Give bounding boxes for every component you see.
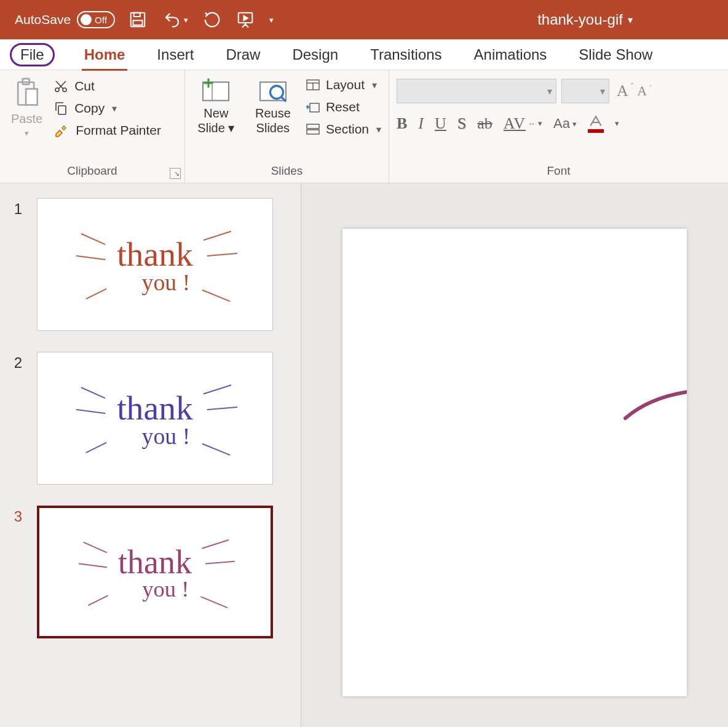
clipboard-dialog-launcher[interactable]: ↘ bbox=[170, 168, 181, 179]
svg-line-29 bbox=[203, 290, 230, 301]
svg-rect-9 bbox=[58, 106, 66, 114]
font-color-swatch bbox=[588, 129, 604, 133]
section-button[interactable]: Section ▾ bbox=[306, 121, 381, 138]
increase-font-button[interactable]: Aˆ bbox=[617, 82, 633, 100]
you-text: you ! bbox=[142, 269, 191, 295]
svg-rect-1 bbox=[134, 13, 140, 17]
chevron-down-icon: ▾ bbox=[25, 129, 29, 138]
save-icon[interactable] bbox=[129, 10, 147, 29]
thumbnail-row: 1 thank you ! bbox=[11, 198, 290, 331]
copy-button[interactable]: Copy ▾ bbox=[53, 100, 161, 117]
svg-rect-2 bbox=[133, 20, 143, 25]
title-bar: AutoSave Off ▾ ▾ thank-you-gif ▾ bbox=[0, 0, 728, 39]
tab-transitions[interactable]: Transitions bbox=[368, 42, 444, 67]
slide-canvas[interactable] bbox=[342, 229, 687, 696]
tab-animations[interactable]: Animations bbox=[472, 42, 550, 67]
slide-thumbnail-1[interactable]: thank you ! bbox=[37, 198, 273, 331]
autosave-toggle[interactable]: Off bbox=[77, 11, 115, 28]
decrease-font-button[interactable]: Aˇ bbox=[637, 82, 652, 100]
svg-line-32 bbox=[204, 385, 231, 394]
customize-qat-icon[interactable]: ▾ bbox=[269, 15, 274, 25]
svg-line-38 bbox=[84, 542, 106, 552]
chevron-down-icon[interactable]: ▾ bbox=[615, 119, 619, 129]
svg-line-43 bbox=[201, 597, 227, 607]
font-name-select[interactable]: ▾ bbox=[397, 79, 556, 103]
svg-point-7 bbox=[55, 88, 59, 92]
svg-line-31 bbox=[77, 410, 105, 413]
strikethrough-button[interactable]: ab bbox=[477, 114, 493, 133]
reuse-slides-button[interactable]: Reuse Slides bbox=[247, 75, 299, 138]
chevron-down-icon: ▾ bbox=[538, 119, 542, 129]
cut-button[interactable]: Cut bbox=[53, 77, 161, 95]
chevron-down-icon: ▾ bbox=[228, 121, 234, 135]
document-title[interactable]: thank-you-gif ▾ bbox=[537, 11, 633, 28]
chevron-down-icon: ▾ bbox=[600, 85, 605, 97]
tab-design[interactable]: Design bbox=[290, 42, 341, 67]
tab-insert[interactable]: Insert bbox=[154, 42, 196, 67]
workspace: 1 thank you ! 2 bbox=[0, 183, 728, 727]
paste-button[interactable]: Paste ▾ bbox=[7, 75, 46, 140]
svg-line-24 bbox=[82, 234, 105, 244]
svg-text:you !: you ! bbox=[142, 576, 189, 602]
svg-line-34 bbox=[87, 443, 106, 453]
character-spacing-button[interactable]: AV ↔ ▾ bbox=[504, 114, 542, 133]
chevron-down-icon: ▾ bbox=[572, 119, 577, 129]
redo-button[interactable] bbox=[203, 10, 221, 29]
present-from-start-icon[interactable] bbox=[236, 10, 255, 30]
chevron-down-icon: ▾ bbox=[376, 124, 381, 135]
text-shadow-button[interactable]: S bbox=[457, 114, 466, 133]
svg-line-33 bbox=[208, 407, 237, 410]
chevron-down-icon: ▾ bbox=[628, 14, 633, 26]
group-label-clipboard: Clipboard bbox=[7, 164, 177, 180]
svg-line-30 bbox=[82, 387, 105, 398]
underline-button[interactable]: U bbox=[435, 114, 446, 133]
new-slide-button[interactable]: New Slide ▾ bbox=[192, 75, 240, 138]
svg-line-41 bbox=[206, 562, 234, 564]
autosave-state: Off bbox=[95, 15, 107, 25]
slide-thumbnails-pane[interactable]: 1 thank you ! 2 bbox=[0, 183, 301, 727]
format-painter-button[interactable]: Format Painter bbox=[53, 122, 161, 139]
chevron-down-icon: ▾ bbox=[372, 79, 377, 91]
chevron-down-icon: ▾ bbox=[547, 85, 552, 97]
svg-line-27 bbox=[208, 253, 237, 256]
svg-line-39 bbox=[79, 564, 106, 568]
autosave-label: AutoSave bbox=[15, 12, 71, 27]
toggle-knob bbox=[81, 14, 92, 25]
svg-text:you !: you ! bbox=[142, 423, 191, 449]
slide-decoration-line bbox=[619, 387, 687, 424]
svg-rect-10 bbox=[203, 82, 229, 101]
tab-home[interactable]: Home bbox=[82, 42, 128, 67]
thank-text: thank bbox=[117, 235, 193, 273]
slide-thumbnail-3[interactable]: thank you ! bbox=[37, 506, 273, 638]
svg-line-40 bbox=[202, 540, 228, 548]
undo-button[interactable]: ▾ bbox=[162, 10, 188, 29]
layout-button[interactable]: Layout ▾ bbox=[306, 76, 381, 93]
svg-line-35 bbox=[203, 444, 230, 455]
font-size-select[interactable]: ▾ bbox=[561, 79, 609, 103]
tab-slideshow[interactable]: Slide Show bbox=[576, 42, 655, 67]
thumbnail-number: 1 bbox=[11, 201, 22, 218]
svg-line-28 bbox=[87, 289, 106, 299]
group-label-slides: Slides bbox=[192, 164, 381, 180]
slide-editor-area[interactable] bbox=[301, 183, 728, 727]
svg-line-25 bbox=[77, 256, 105, 260]
ribbon: Paste ▾ Cut Copy ▾ Format Painter C bbox=[0, 70, 728, 183]
change-case-button[interactable]: Aa ▾ bbox=[553, 116, 577, 132]
bold-button[interactable]: B bbox=[397, 114, 407, 133]
autosave-control[interactable]: AutoSave Off bbox=[15, 11, 115, 28]
slide-thumbnail-2[interactable]: thank you ! bbox=[37, 352, 273, 485]
tab-file[interactable]: File bbox=[10, 43, 55, 66]
font-color-button[interactable] bbox=[588, 115, 604, 133]
svg-text:thank: thank bbox=[117, 389, 193, 427]
thumbnail-number: 3 bbox=[11, 508, 22, 525]
group-label-font: Font bbox=[397, 164, 721, 180]
svg-rect-20 bbox=[310, 103, 319, 112]
italic-button[interactable]: I bbox=[418, 114, 424, 133]
svg-rect-6 bbox=[26, 89, 38, 105]
reset-button[interactable]: Reset bbox=[306, 98, 381, 116]
svg-text:thank: thank bbox=[118, 544, 192, 581]
thumbnail-row: 2 thank you ! bbox=[11, 352, 290, 485]
tab-draw[interactable]: Draw bbox=[223, 42, 263, 67]
thumbnail-row: 3 thank you ! bbox=[11, 506, 290, 638]
svg-line-42 bbox=[89, 596, 108, 605]
